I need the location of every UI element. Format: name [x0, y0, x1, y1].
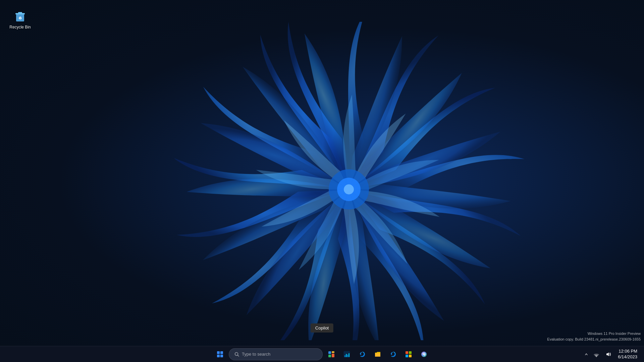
widgets-button[interactable] [324, 347, 339, 362]
svg-rect-16 [328, 355, 331, 357]
svg-rect-21 [347, 355, 348, 357]
tray-chevron-button[interactable] [583, 348, 590, 360]
svg-rect-24 [406, 351, 408, 354]
taskbar-right: 12:06 PM 6/14/2023 [583, 347, 640, 362]
search-placeholder: Type to search [242, 352, 270, 357]
svg-rect-23 [375, 353, 380, 357]
svg-rect-27 [409, 355, 412, 357]
svg-rect-17 [332, 354, 334, 357]
clock-time: 12:06 PM [619, 349, 637, 354]
svg-rect-22 [348, 353, 350, 357]
clock-button[interactable]: 12:06 PM 6/14/2023 [615, 347, 640, 362]
edge-icon-2 [390, 351, 396, 358]
svg-point-29 [423, 353, 425, 355]
edge-browser-button[interactable] [355, 347, 370, 362]
edge-icon [359, 351, 366, 358]
recycle-bin-icon[interactable]: ♻ Recycle Bin [7, 7, 34, 33]
microsoft-store-button[interactable] [401, 347, 416, 362]
svg-rect-11 [220, 355, 223, 357]
task-manager-icon [343, 351, 350, 358]
copilot-icon [421, 351, 427, 358]
clock-date: 6/14/2023 [618, 354, 637, 360]
widgets-icon [328, 351, 335, 358]
network-tray-button[interactable] [591, 348, 602, 360]
start-button[interactable] [213, 347, 227, 362]
desktop-background [0, 0, 644, 362]
volume-tray-button[interactable] [603, 348, 614, 360]
file-explorer-button[interactable] [370, 347, 385, 362]
svg-point-2 [344, 184, 354, 194]
svg-rect-9 [220, 351, 223, 354]
svg-rect-25 [409, 351, 412, 354]
pinned-apps [324, 347, 431, 362]
svg-point-30 [596, 356, 597, 357]
search-icon [234, 352, 239, 357]
taskbar: Type to search [0, 346, 644, 362]
recycle-bin-label: Recycle Bin [9, 25, 31, 30]
svg-rect-14 [328, 351, 331, 354]
file-explorer-icon [374, 351, 381, 358]
svg-rect-20 [346, 354, 347, 357]
task-manager-button[interactable] [339, 347, 354, 362]
network-icon [594, 352, 599, 357]
svg-rect-26 [406, 355, 408, 357]
recycle-bin-svg: ♻ [13, 9, 27, 23]
copilot-button[interactable] [417, 347, 431, 362]
svg-rect-15 [332, 351, 334, 353]
windows-logo-icon [217, 351, 223, 357]
search-box[interactable]: Type to search [229, 348, 323, 360]
desktop-icons-area: ♻ Recycle Bin [7, 7, 34, 33]
volume-icon [606, 352, 611, 357]
svg-rect-10 [217, 355, 220, 357]
svg-line-13 [238, 355, 239, 356]
svg-rect-19 [344, 355, 345, 357]
chevron-up-icon [585, 353, 588, 356]
svg-text:♻: ♻ [18, 16, 22, 20]
store-icon [405, 351, 412, 358]
bloom-wallpaper [174, 22, 543, 340]
edge-browser-button-2[interactable] [386, 347, 400, 362]
taskbar-center: Type to search [213, 347, 431, 362]
svg-rect-6 [18, 12, 22, 13]
svg-rect-8 [217, 351, 220, 354]
